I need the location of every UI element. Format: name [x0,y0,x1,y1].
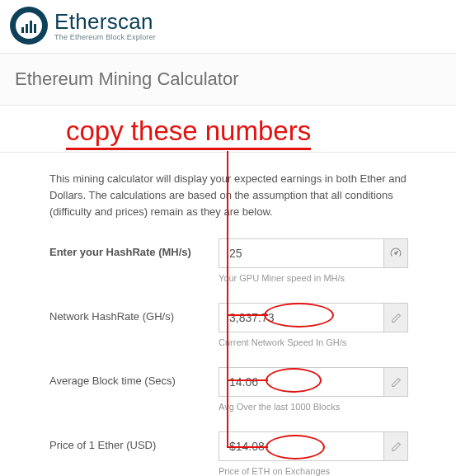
helper-hashrate: Your GPU Miner speed in MH/s [219,273,435,283]
helper-blocktime: Avg Over the last 1000 Blocks [219,402,435,412]
helper-network: Current Network Speed In GH/s [219,337,435,347]
network-input[interactable] [219,303,383,332]
logo-text: Etherscan The Ethereum Block Explorer [54,11,156,41]
blocktime-input[interactable] [219,367,383,397]
edit-icon[interactable] [383,303,408,332]
row-hashrate: Enter your HashRate (MH/s) Your GPU Mine… [49,238,435,283]
label-blocktime: Average Block time (Secs) [49,367,219,387]
etherscan-logo-icon [10,7,48,45]
row-network: Network HashRate (GH/s) Current Network … [49,303,435,347]
edit-icon[interactable] [383,367,408,397]
edit-icon[interactable] [383,431,408,461]
header: Etherscan The Ethereum Block Explorer [0,0,456,53]
brand-title: Etherscan [54,11,156,32]
row-price: Price of 1 Ether (USD) Price of ETH on E… [49,431,435,476]
main-panel: This mining calculator will display your… [0,152,456,476]
intro-text: This mining calculator will display your… [49,171,435,220]
label-price: Price of 1 Ether (USD) [49,431,219,451]
helper-price: Price of ETH on Exchanges [219,466,435,476]
tachometer-icon [383,238,408,268]
row-blocktime: Average Block time (Secs) Avg Over the l… [49,367,435,412]
annotation-text: copy these numbers [66,115,311,150]
price-input[interactable] [219,431,383,461]
label-network: Network HashRate (GH/s) [49,303,219,323]
brand-subtitle: The Ethereum Block Explorer [54,34,156,41]
hashrate-input[interactable] [219,238,383,268]
page-title-bar: Ethereum Mining Calculator [0,53,456,106]
page-title: Ethereum Mining Calculator [15,68,441,90]
label-hashrate: Enter your HashRate (MH/s) [49,238,219,258]
